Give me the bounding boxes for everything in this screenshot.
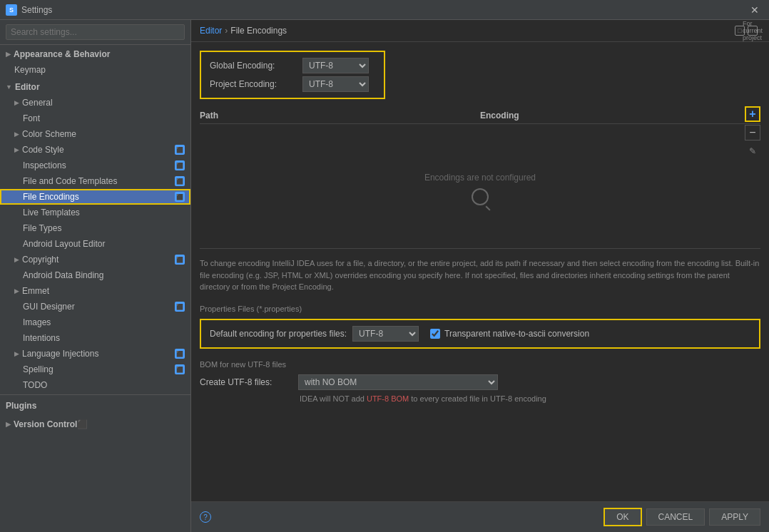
sidebar-item-label: Plugins <box>6 401 36 411</box>
sidebar-item-label: Keymap <box>14 65 46 75</box>
sidebar-item-language-injections[interactable]: ▶ Language Injections ⬛ <box>0 346 190 362</box>
add-encoding-button[interactable]: + <box>745 106 760 122</box>
transparent-conversion-label[interactable]: Transparent native-to-ascii conversion <box>430 329 589 339</box>
bom-info: IDEA will NOT add UTF-8 BOM to every cre… <box>200 394 760 403</box>
sidebar-item-gui-designer[interactable]: GUI Designer ⬛ <box>0 299 190 314</box>
sidebar-item-images[interactable]: Images <box>0 314 190 330</box>
chevron-right-icon: ▶ <box>14 256 19 263</box>
sidebar: ▶ Appearance & Behavior Keymap ▼ Editor … <box>0 20 191 532</box>
bom-create-select[interactable]: with NO BOM with BOM <box>298 374 498 390</box>
apply-button[interactable]: APPLY <box>709 508 760 526</box>
sidebar-item-copyright[interactable]: ▶ Copyright ⬛ <box>0 252 190 267</box>
project-encoding-row: Project Encoding: UTF-8 ISO-8859-1 US-AS… <box>210 76 375 92</box>
sidebar-item-file-encodings[interactable]: File Encodings ⬛ <box>0 189 190 205</box>
for-current-project-btn[interactable]: □ For current project <box>735 26 760 36</box>
sidebar-item-code-style[interactable]: ▶ Code Style ⬛ <box>0 142 190 158</box>
badge-icon: ⬛ <box>175 255 185 265</box>
app-icon: S <box>6 4 17 16</box>
sidebar-item-label: Color Scheme <box>22 129 76 139</box>
ok-button[interactable]: OK <box>604 508 641 526</box>
sidebar-item-label: Live Templates <box>23 208 80 218</box>
sidebar-item-label: General <box>22 98 53 108</box>
remove-encoding-button[interactable]: − <box>745 125 760 140</box>
edit-encoding-button[interactable]: ✎ <box>745 143 760 159</box>
sidebar-item-label: File Encodings <box>23 192 79 202</box>
main-layout: ▶ Appearance & Behavior Keymap ▼ Editor … <box>0 20 769 532</box>
badge-icon: ⬛ <box>77 419 88 429</box>
sidebar-item-android-layout-editor[interactable]: Android Layout Editor <box>0 236 190 252</box>
chevron-right-icon: ▶ <box>14 131 19 138</box>
sidebar-item-keymap[interactable]: Keymap <box>0 62 190 78</box>
title-bar: S Settings ✕ <box>0 0 769 20</box>
properties-title: Properties Files (*.properties) <box>200 305 760 313</box>
badge-icon: ⬛ <box>175 176 185 186</box>
badge-icon: ⬛ <box>175 302 185 312</box>
sidebar-item-label: GUI Designer <box>23 302 75 312</box>
sidebar-item-font[interactable]: Font <box>0 111 190 126</box>
project-label: For current project <box>748 26 758 36</box>
divider <box>0 394 190 395</box>
sidebar-item-label: Android Layout Editor <box>23 239 105 249</box>
chevron-right-icon: ▶ <box>14 287 19 295</box>
sidebar-item-label: Font <box>23 113 40 123</box>
transparent-conversion-text: Transparent native-to-ascii conversion <box>444 329 589 339</box>
sidebar-item-label: Copyright <box>22 255 58 265</box>
no-results-icon <box>472 188 489 205</box>
sidebar-item-color-scheme[interactable]: ▶ Color Scheme <box>0 126 190 142</box>
sidebar-item-emmet[interactable]: ▶ Emmet <box>0 283 190 299</box>
search-input[interactable] <box>6 24 185 40</box>
sidebar-item-plugins[interactable]: Plugins <box>0 397 190 415</box>
badge-icon: ⬛ <box>175 160 185 170</box>
badge-icon: ⬛ <box>175 349 185 359</box>
sidebar-item-general[interactable]: ▶ General <box>0 95 190 111</box>
cancel-button[interactable]: CANCEL <box>646 508 706 526</box>
close-button[interactable]: ✕ <box>746 3 763 17</box>
sidebar-item-label: Version Control <box>14 419 77 429</box>
sidebar-item-android-data-binding[interactable]: Android Data Binding <box>0 267 190 283</box>
encoding-settings-box: Global Encoding: UTF-8 ISO-8859-1 US-ASC… <box>200 51 385 99</box>
sidebar-item-label: Android Data Binding <box>23 270 103 280</box>
badge-icon: ⬛ <box>175 364 185 374</box>
chevron-right-icon: ▶ <box>14 350 19 357</box>
chevron-down-icon: ▼ <box>6 83 12 91</box>
project-encoding-label: Project Encoding: <box>210 79 302 89</box>
help-icon[interactable]: ? <box>200 511 211 523</box>
settings-body: Global Encoding: UTF-8 ISO-8859-1 US-ASC… <box>191 42 769 501</box>
bom-info-text2: to every created file in UTF-8 encoding <box>411 394 546 403</box>
bom-section: BOM for new UTF-8 files Create UTF-8 fil… <box>200 360 760 403</box>
props-row: Default encoding for properties files: U… <box>210 326 750 342</box>
chevron-right-icon: ▶ <box>14 99 19 106</box>
sidebar-item-appearance[interactable]: ▶ Appearance & Behavior <box>0 45 190 62</box>
global-encoding-select[interactable]: UTF-8 ISO-8859-1 US-ASCII <box>302 58 369 73</box>
sidebar-item-label: Emmet <box>22 286 49 296</box>
bottom-bar: ? OK CANCEL APPLY <box>191 501 769 532</box>
sidebar-item-file-types[interactable]: File Types <box>0 220 190 236</box>
empty-state-text: Encodings are not configured <box>424 173 536 183</box>
breadcrumb-separator: › <box>225 26 228 36</box>
sidebar-item-label: File and Code Templates <box>23 176 118 186</box>
properties-section: Properties Files (*.properties) Default … <box>200 305 760 349</box>
transparent-conversion-checkbox[interactable] <box>430 329 440 339</box>
breadcrumb-editor[interactable]: Editor <box>200 26 222 36</box>
sidebar-item-editor[interactable]: ▼ Editor <box>0 78 190 95</box>
empty-state: Encodings are not configured <box>200 130 760 248</box>
chevron-right-icon: ▶ <box>6 421 11 428</box>
properties-box: Default encoding for properties files: U… <box>200 319 760 349</box>
sidebar-item-file-code-templates[interactable]: File and Code Templates ⬛ <box>0 173 190 189</box>
project-encoding-select[interactable]: UTF-8 ISO-8859-1 US-ASCII <box>302 76 369 92</box>
sidebar-item-version-control[interactable]: ▶ Version Control ⬛ <box>0 415 190 432</box>
sidebar-item-intentions[interactable]: Intentions <box>0 330 190 346</box>
sidebar-item-label: Images <box>23 317 51 327</box>
chevron-right-icon: ▶ <box>14 146 19 153</box>
sidebar-item-label: Editor <box>15 82 40 92</box>
sidebar-item-live-templates[interactable]: Live Templates <box>0 205 190 220</box>
col-path-header: Path <box>200 111 739 121</box>
sidebar-item-spelling[interactable]: Spelling ⬛ <box>0 362 190 377</box>
default-encoding-select[interactable]: UTF-8 ISO-8859-1 <box>352 326 419 342</box>
sidebar-item-inspections[interactable]: Inspections ⬛ <box>0 158 190 173</box>
sidebar-item-label: Appearance & Behavior <box>14 49 110 59</box>
sidebar-item-todo[interactable]: TODO <box>0 377 190 393</box>
sidebar-item-label: Intentions <box>23 333 60 343</box>
global-encoding-row: Global Encoding: UTF-8 ISO-8859-1 US-ASC… <box>210 58 375 73</box>
info-text: To change encoding IntelliJ IDEA uses fo… <box>200 248 760 293</box>
